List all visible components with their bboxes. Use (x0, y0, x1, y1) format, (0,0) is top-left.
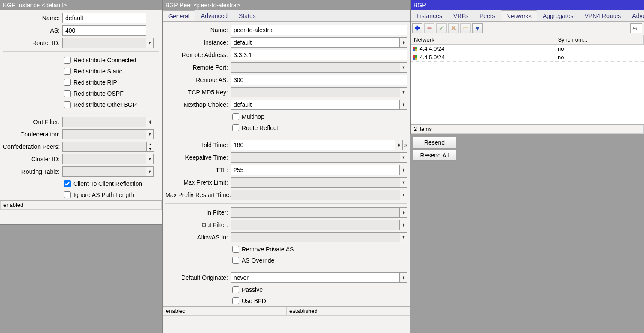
label-default-originate: Default Originate: (165, 274, 231, 281)
find-input[interactable] (630, 23, 642, 33)
instance-input[interactable] (231, 37, 400, 48)
tab-networks[interactable]: Networks (501, 10, 537, 22)
keepalive-dropdown[interactable]: ▼ (400, 152, 407, 163)
tcp-md5-input[interactable] (231, 87, 400, 97)
nexthop-input[interactable] (231, 100, 400, 110)
table-row[interactable]: 4.4.5.0/24no (411, 53, 644, 62)
label-in-filter: In Filter: (165, 209, 231, 216)
add-button[interactable]: ✚ (412, 23, 422, 33)
client-to-client-checkbox[interactable] (64, 180, 71, 187)
tab-vrfs[interactable]: VRFs (448, 10, 474, 21)
out-filter-picker[interactable]: ⧫ (146, 117, 154, 127)
instance-dropdown[interactable]: ⧫ (400, 37, 407, 48)
bgp-tabs: InstancesVRFsPeersNetworksAggregatesVPN4… (411, 10, 644, 22)
window-title[interactable]: BGP Instance <default> (0, 0, 162, 10)
routing-table-dropdown[interactable]: ▼ (146, 166, 154, 177)
confederation-input[interactable] (62, 129, 146, 139)
redistribute-ospf-checkbox[interactable] (64, 90, 71, 97)
conf-peers-up[interactable]: ▲ (146, 142, 154, 147)
out-filter-dropdown[interactable]: ⧫ (400, 220, 407, 230)
max-prefix-rt-input[interactable] (231, 190, 400, 200)
use-bfd-checkbox[interactable] (232, 297, 239, 304)
table-row[interactable]: 4.4.4.0/24no (411, 45, 644, 53)
network-icon (413, 47, 417, 51)
redistribute-static-checkbox[interactable] (64, 68, 71, 75)
confederation-dropdown[interactable]: ▼ (146, 129, 154, 139)
name-input[interactable] (62, 13, 146, 23)
max-prefix-rt-dropdown[interactable]: ▼ (400, 190, 407, 200)
ignore-as-path-label: Ignore AS Path Length (73, 191, 134, 198)
routing-table-input[interactable] (62, 166, 146, 177)
nexthop-dropdown[interactable]: ⧫ (400, 100, 407, 110)
remote-address-input[interactable] (231, 50, 407, 60)
ignore-as-path-checkbox[interactable] (64, 191, 71, 198)
right-column: BGP InstancesVRFsPeersNetworksAggregates… (410, 0, 644, 333)
as-override-label: AS Override (242, 257, 274, 264)
remove-private-as-checkbox[interactable] (232, 246, 239, 253)
redistribute-rip-label: Redistribute RIP (73, 79, 117, 86)
tab-advertisements[interactable]: Advertisements (626, 10, 644, 21)
comment-button[interactable]: ▭ (460, 23, 471, 33)
enable-button[interactable]: ✔ (436, 23, 447, 33)
tab-instances[interactable]: Instances (411, 10, 448, 21)
col-network[interactable]: Network (411, 35, 555, 45)
as-override-checkbox[interactable] (232, 257, 239, 264)
col-sync[interactable]: Synchroni... (555, 35, 644, 45)
max-prefix-dropdown[interactable]: ▼ (400, 177, 407, 188)
resend-all-button[interactable]: Resend All (413, 150, 456, 161)
disable-button[interactable]: ✖ (448, 23, 459, 33)
ttl-dropdown[interactable]: ⧫ (400, 165, 407, 175)
redistribute-connected-checkbox[interactable] (64, 57, 71, 64)
network-icon (413, 55, 417, 60)
tab-status[interactable]: Status (233, 10, 261, 21)
label-name: Name: (3, 15, 62, 21)
router-id-input[interactable] (62, 38, 146, 48)
default-originate-input[interactable] (231, 272, 400, 283)
hold-time-input[interactable] (231, 140, 395, 150)
passive-checkbox[interactable] (232, 286, 239, 293)
cluster-id-input[interactable] (62, 154, 146, 164)
tab-general[interactable]: General (163, 10, 195, 22)
cluster-id-dropdown[interactable]: ▼ (146, 154, 154, 164)
allowas-dropdown[interactable]: ▼ (400, 232, 407, 242)
multihop-checkbox[interactable] (232, 113, 239, 120)
peer-name-input[interactable] (231, 25, 407, 35)
keepalive-input[interactable] (231, 152, 400, 163)
route-reflect-checkbox[interactable] (232, 124, 239, 131)
tab-vpn4-routes[interactable]: VPN4 Routes (579, 10, 626, 21)
remove-button[interactable]: ━ (424, 23, 434, 33)
redistribute-rip-checkbox[interactable] (64, 79, 71, 86)
default-originate-dropdown[interactable]: ⧫ (400, 272, 407, 283)
out-filter-input[interactable] (62, 117, 146, 127)
in-filter-dropdown[interactable]: ⧫ (400, 207, 407, 218)
out-filter-input[interactable] (231, 220, 400, 230)
ttl-input[interactable] (231, 165, 400, 175)
remote-as-input[interactable] (231, 75, 407, 85)
max-prefix-input[interactable] (231, 177, 400, 188)
tab-peers[interactable]: Peers (474, 10, 501, 21)
networks-table[interactable]: Network Synchroni... 4.4.4.0/24no4.4.5.0… (411, 35, 644, 124)
tcp-md5-dropdown[interactable]: ▼ (400, 87, 407, 97)
label-routing-table: Routing Table: (3, 168, 62, 175)
label-keepalive: Keepalive Time: (165, 154, 231, 161)
window-title[interactable]: BGP (411, 0, 644, 10)
router-id-dropdown[interactable]: ▼ (146, 38, 154, 48)
remote-port-dropdown[interactable]: ▼ (400, 62, 407, 73)
label-name: Name: (165, 27, 231, 33)
allowas-input[interactable] (231, 232, 400, 242)
cross-icon: ✖ (451, 24, 456, 32)
route-reflect-label: Route Reflect (242, 124, 278, 131)
peer-status-enabled: enabled (163, 307, 286, 316)
tab-advanced[interactable]: Advanced (195, 10, 233, 21)
confederation-peers-input[interactable] (62, 142, 146, 152)
remote-port-input[interactable] (231, 62, 400, 73)
redistribute-other-bgp-checkbox[interactable] (64, 101, 71, 108)
window-title[interactable]: BGP Peer <peer-to-alestra> (163, 0, 410, 10)
in-filter-input[interactable] (231, 207, 400, 218)
conf-peers-down[interactable]: ▼ (146, 147, 154, 152)
hold-time-dropdown[interactable]: ⧫ (395, 140, 403, 150)
filter-button[interactable]: ▼ (472, 23, 483, 33)
as-input[interactable] (62, 25, 146, 36)
tab-aggregates[interactable]: Aggregates (537, 10, 579, 21)
resend-button[interactable]: Resend (413, 137, 456, 148)
